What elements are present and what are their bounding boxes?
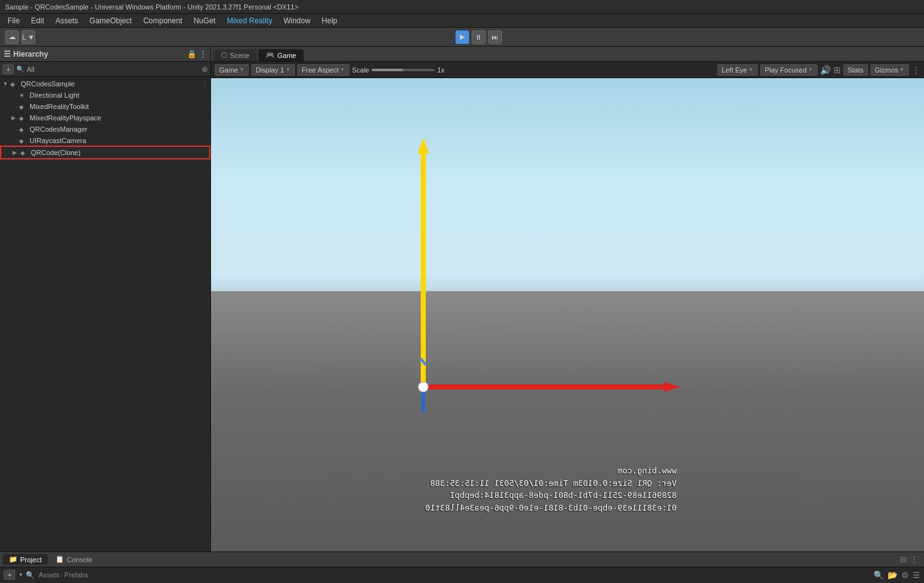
hierarchy-header: ☰ Hierarchy 🔒 ⋮ [0, 47, 210, 62]
scene-icon: ⬡ [221, 51, 227, 59]
step-button[interactable]: ⏭ [488, 30, 502, 44]
menu-gameobject[interactable]: GameObject [84, 15, 137, 26]
menu-help[interactable]: Help [317, 15, 343, 26]
menu-bar: File Edit Assets GameObject Component Nu… [0, 14, 924, 28]
tree-label-qrcodesmanager: QRCodesManager [30, 125, 88, 133]
hierarchy-add-btn[interactable]: + [3, 64, 14, 74]
view-tabs: ⬡ Scene 🎮 Game [211, 47, 924, 62]
toolbar-cloud-btn[interactable]: ☁ [5, 30, 19, 44]
aspect-btn[interactable]: Free Aspect ▼ [297, 64, 350, 76]
pause-button[interactable]: ⏸ [472, 30, 486, 44]
breadcrumb: 🔍 Assets › Prefabs [26, 571, 88, 579]
gizmos-btn[interactable]: Gizmos ▼ [870, 64, 909, 76]
game-toolbar: Game ▼ Display 1 ▼ Free Aspect ▼ Scale 1… [211, 62, 924, 78]
bottom-search-icon[interactable]: 🔍 [874, 570, 884, 580]
toolbar-layer-btn[interactable]: L ▼ [21, 30, 35, 44]
hierarchy-toolbar: + 🔍 All ⊕ [0, 62, 210, 77]
tree-label-qrcodessample: QRCodesSample [21, 80, 75, 88]
scale-label: Scale [352, 66, 370, 74]
aspect-arrow: ▼ [340, 67, 345, 72]
stats-text: Stats [848, 66, 864, 74]
game-label-text: Game [219, 66, 238, 74]
breadcrumb-prefabs[interactable]: Prefabs [64, 571, 88, 579]
tab-project-label: Project [20, 556, 42, 563]
search-magnifier-icon: 🔍 [26, 571, 35, 579]
main-area: ☰ Hierarchy 🔒 ⋮ + 🔍 All ⊕ ▼ ◈ QRCodesSam… [0, 47, 924, 551]
tree-item-uiraycastcamera[interactable]: ◈ UIRaycastCamera [0, 135, 210, 146]
stats-btn[interactable]: Stats [843, 64, 868, 76]
bottom-folder-icon[interactable]: 📂 [887, 570, 898, 580]
status-options-icon[interactable]: ⋮ [910, 555, 918, 564]
tree-label-qrcode-clone: QRCode(Clone) [31, 149, 81, 156]
project-icon: 📁 [9, 555, 18, 563]
toolbar: ☁ L ▼ ▶ ⏸ ⏭ [0, 28, 924, 47]
tree-item-options[interactable]: ⋮ [202, 81, 208, 88]
game-controller-icon: 🎮 [266, 51, 275, 59]
hierarchy-lock-icon[interactable]: 🔒 [187, 50, 197, 59]
status-minimize-icon[interactable]: ⊟ [900, 555, 906, 564]
scale-bar[interactable] [372, 69, 435, 71]
playfocused-arrow: ▼ [808, 67, 813, 72]
lefteye-arrow: ▼ [748, 67, 753, 72]
game-viewport: www.bing.com Ver: QR1 Size:0.0103m Time:… [211, 78, 924, 551]
bottom-tabs: 📁 Project 📋 Console ⊟ ⋮ [0, 552, 924, 567]
game-label-arrow: ▼ [239, 67, 244, 72]
debug-text: www.bing.com Ver: QR1 Size:0.0103m Time:… [425, 465, 676, 514]
menu-assets[interactable]: Assets [50, 15, 83, 26]
console-icon: 📋 [55, 555, 64, 563]
gizmos-arrow: ▼ [899, 67, 904, 72]
tab-game[interactable]: 🎮 Game [258, 49, 304, 61]
menu-nuget[interactable]: NuGet [188, 15, 220, 26]
game-label-btn[interactable]: Game ▼ [215, 64, 249, 76]
tree-label-mrtoolkit: MixedRealityToolkit [30, 103, 89, 110]
breadcrumb-assets[interactable]: Assets [38, 571, 59, 579]
tree-item-directionallight[interactable]: ☀ Directional Light [0, 89, 210, 101]
menu-file[interactable]: File [3, 15, 25, 26]
title-bar: Sample - QRCodesSample - Universal Windo… [0, 0, 924, 14]
toolbar-options-icon[interactable]: ⋮ [911, 65, 920, 75]
hierarchy-search-icon2[interactable]: ⊕ [202, 65, 208, 74]
hierarchy-options-icon[interactable]: ⋮ [199, 50, 207, 59]
breadcrumb-sep: › [60, 571, 63, 579]
tab-console[interactable]: 📋 Console [49, 554, 98, 565]
title-text: Sample - QRCodesSample - Universal Windo… [5, 3, 299, 11]
menu-component[interactable]: Component [138, 15, 187, 26]
display-btn[interactable]: Display 1 ▼ [251, 64, 295, 76]
hierarchy-search-label: All [26, 66, 199, 73]
hierarchy-title: Hierarchy [13, 50, 48, 59]
scale-value: 1x [437, 66, 445, 74]
tree-item-qrcodesmanager[interactable]: ◈ QRCodesManager [0, 124, 210, 135]
display-arrow: ▼ [285, 67, 290, 72]
tree-item-mrplayspace[interactable]: ▶ ◈ MixedRealityPlayspace [0, 112, 210, 124]
scale-area: Scale 1x [352, 66, 445, 74]
tab-project[interactable]: 📁 Project [3, 554, 48, 565]
grid-icon[interactable]: ⊞ [833, 65, 841, 75]
bottom-toolbar: + ▼ 🔍 Assets › Prefabs 🔍 📂 ⚙ ☰ [0, 567, 924, 582]
tree-label-mrplayspace: MixedRealityPlayspace [30, 114, 101, 122]
search-icon: 🔍 [16, 66, 24, 72]
project-add-arrow[interactable]: ▼ [18, 572, 23, 578]
project-add-btn[interactable]: + [4, 570, 15, 580]
content-area: ⬡ Scene 🎮 Game Game ▼ Display 1 ▼ Free A… [211, 47, 924, 551]
tab-scene-label: Scene [230, 52, 249, 59]
playfocused-btn[interactable]: Play Focused ▼ [760, 64, 818, 76]
tab-console-label: Console [67, 556, 92, 563]
gizmos-text: Gizmos [875, 66, 898, 74]
menu-mixedreality[interactable]: Mixed Reality [222, 15, 277, 26]
menu-edit[interactable]: Edit [26, 15, 49, 26]
menu-window[interactable]: Window [278, 15, 316, 26]
tab-game-label: Game [277, 52, 296, 59]
debug-line-0: www.bing.com [425, 465, 676, 477]
tab-scene[interactable]: ⬡ Scene [214, 49, 257, 61]
lefteye-btn[interactable]: Left Eye ▼ [717, 64, 758, 76]
tree-item-mrtoolkit[interactable]: ◈ MixedRealityToolkit [0, 101, 210, 112]
tree-item-qrcodessample[interactable]: ▼ ◈ QRCodesSample ⋮ [0, 78, 210, 89]
hierarchy-tree: ▼ ◈ QRCodesSample ⋮ ☀ Directional Light … [0, 77, 210, 551]
bottom-settings-icon[interactable]: ⚙ [901, 570, 909, 580]
tree-item-qrcode-clone[interactable]: ▶ ◈ QRCode(Clone) [1, 147, 209, 158]
playfocused-text: Play Focused [765, 66, 807, 74]
bottom-filter-icon[interactable]: ☰ [913, 570, 920, 580]
play-button[interactable]: ▶ [455, 30, 469, 44]
hierarchy-panel: ☰ Hierarchy 🔒 ⋮ + 🔍 All ⊕ ▼ ◈ QRCodesSam… [0, 47, 211, 551]
speaker-icon[interactable]: 🔊 [820, 65, 831, 75]
